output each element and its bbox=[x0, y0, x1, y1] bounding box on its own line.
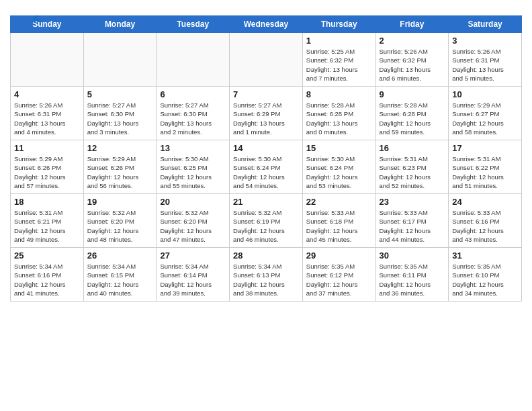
day-number: 13 bbox=[160, 143, 226, 153]
day-info: Sunrise: 5:32 AM Sunset: 6:20 PM Dayligh… bbox=[160, 208, 226, 244]
day-number: 10 bbox=[452, 89, 518, 99]
day-number: 27 bbox=[160, 250, 226, 261]
col-header-saturday: Saturday bbox=[449, 16, 522, 33]
day-info: Sunrise: 5:27 AM Sunset: 6:30 PM Dayligh… bbox=[160, 101, 226, 136]
calendar-cell bbox=[11, 33, 84, 87]
calendar-table: SundayMondayTuesdayWednesdayThursdayFrid… bbox=[10, 15, 522, 302]
day-number: 17 bbox=[452, 143, 518, 153]
day-info: Sunrise: 5:33 AM Sunset: 6:17 PM Dayligh… bbox=[380, 208, 445, 244]
day-number: 7 bbox=[233, 89, 299, 99]
calendar-cell: 11Sunrise: 5:29 AM Sunset: 6:26 PM Dayli… bbox=[11, 140, 84, 194]
calendar-cell: 6Sunrise: 5:27 AM Sunset: 6:30 PM Daylig… bbox=[157, 87, 230, 140]
calendar-cell bbox=[83, 33, 157, 87]
calendar-cell: 16Sunrise: 5:31 AM Sunset: 6:23 PM Dayli… bbox=[375, 140, 449, 194]
day-number: 25 bbox=[14, 250, 80, 261]
day-number: 24 bbox=[452, 197, 518, 207]
day-info: Sunrise: 5:27 AM Sunset: 6:29 PM Dayligh… bbox=[233, 101, 299, 136]
calendar-cell: 22Sunrise: 5:33 AM Sunset: 6:18 PM Dayli… bbox=[302, 194, 375, 248]
col-header-friday: Friday bbox=[375, 16, 449, 33]
day-number: 28 bbox=[233, 250, 299, 261]
calendar-cell: 26Sunrise: 5:34 AM Sunset: 6:15 PM Dayli… bbox=[83, 248, 157, 302]
calendar-cell: 1Sunrise: 5:25 AM Sunset: 6:32 PM Daylig… bbox=[302, 33, 375, 87]
calendar-cell: 27Sunrise: 5:34 AM Sunset: 6:14 PM Dayli… bbox=[157, 248, 230, 302]
day-number: 5 bbox=[87, 89, 153, 99]
day-number: 16 bbox=[380, 143, 445, 153]
calendar-week-3: 11Sunrise: 5:29 AM Sunset: 6:26 PM Dayli… bbox=[11, 140, 522, 194]
calendar-cell: 25Sunrise: 5:34 AM Sunset: 6:16 PM Dayli… bbox=[11, 248, 84, 302]
day-number: 22 bbox=[306, 197, 372, 207]
col-header-monday: Monday bbox=[83, 16, 157, 33]
calendar-cell: 5Sunrise: 5:27 AM Sunset: 6:30 PM Daylig… bbox=[83, 87, 157, 140]
calendar-cell: 2Sunrise: 5:26 AM Sunset: 6:32 PM Daylig… bbox=[375, 33, 449, 87]
day-info: Sunrise: 5:26 AM Sunset: 6:31 PM Dayligh… bbox=[14, 101, 80, 136]
day-number: 14 bbox=[233, 143, 299, 153]
calendar-cell: 30Sunrise: 5:35 AM Sunset: 6:11 PM Dayli… bbox=[375, 248, 449, 302]
calendar-week-4: 18Sunrise: 5:31 AM Sunset: 6:21 PM Dayli… bbox=[11, 194, 522, 248]
day-number: 4 bbox=[14, 89, 80, 99]
day-number: 18 bbox=[14, 197, 80, 207]
day-info: Sunrise: 5:35 AM Sunset: 6:10 PM Dayligh… bbox=[452, 262, 518, 298]
calendar-cell: 10Sunrise: 5:29 AM Sunset: 6:27 PM Dayli… bbox=[449, 87, 522, 140]
day-number: 19 bbox=[87, 197, 153, 207]
day-info: Sunrise: 5:35 AM Sunset: 6:12 PM Dayligh… bbox=[306, 262, 372, 298]
col-header-sunday: Sunday bbox=[11, 16, 84, 33]
logo bbox=[22, 16, 43, 32]
calendar-cell: 4Sunrise: 5:26 AM Sunset: 6:31 PM Daylig… bbox=[11, 87, 84, 140]
day-info: Sunrise: 5:31 AM Sunset: 6:22 PM Dayligh… bbox=[452, 154, 518, 190]
day-number: 20 bbox=[160, 197, 226, 207]
day-info: Sunrise: 5:30 AM Sunset: 6:24 PM Dayligh… bbox=[306, 154, 372, 190]
day-info: Sunrise: 5:33 AM Sunset: 6:18 PM Dayligh… bbox=[306, 208, 372, 244]
day-info: Sunrise: 5:27 AM Sunset: 6:30 PM Dayligh… bbox=[87, 101, 153, 136]
day-number: 21 bbox=[233, 197, 299, 207]
day-info: Sunrise: 5:31 AM Sunset: 6:23 PM Dayligh… bbox=[380, 154, 445, 190]
day-number: 3 bbox=[452, 36, 518, 46]
day-number: 31 bbox=[452, 250, 518, 261]
day-info: Sunrise: 5:29 AM Sunset: 6:26 PM Dayligh… bbox=[87, 154, 153, 190]
calendar-cell: 21Sunrise: 5:32 AM Sunset: 6:19 PM Dayli… bbox=[230, 194, 303, 248]
day-info: Sunrise: 5:28 AM Sunset: 6:28 PM Dayligh… bbox=[306, 101, 372, 136]
calendar-cell: 7Sunrise: 5:27 AM Sunset: 6:29 PM Daylig… bbox=[230, 87, 303, 140]
day-info: Sunrise: 5:31 AM Sunset: 6:21 PM Dayligh… bbox=[14, 208, 80, 244]
day-number: 26 bbox=[87, 250, 153, 261]
day-info: Sunrise: 5:32 AM Sunset: 6:20 PM Dayligh… bbox=[87, 208, 153, 244]
col-header-tuesday: Tuesday bbox=[157, 16, 230, 33]
col-header-thursday: Thursday bbox=[302, 16, 375, 33]
day-number: 30 bbox=[380, 250, 445, 261]
day-number: 29 bbox=[306, 250, 372, 261]
day-info: Sunrise: 5:34 AM Sunset: 6:16 PM Dayligh… bbox=[14, 262, 80, 298]
day-number: 2 bbox=[380, 36, 445, 46]
calendar-cell: 3Sunrise: 5:26 AM Sunset: 6:31 PM Daylig… bbox=[449, 33, 522, 87]
calendar-cell: 8Sunrise: 5:28 AM Sunset: 6:28 PM Daylig… bbox=[302, 87, 375, 140]
header-section bbox=[10, 7, 522, 15]
day-number: 11 bbox=[14, 143, 80, 153]
day-info: Sunrise: 5:29 AM Sunset: 6:26 PM Dayligh… bbox=[14, 154, 80, 190]
day-info: Sunrise: 5:35 AM Sunset: 6:11 PM Dayligh… bbox=[380, 262, 445, 298]
calendar-cell: 17Sunrise: 5:31 AM Sunset: 6:22 PM Dayli… bbox=[449, 140, 522, 194]
calendar-cell bbox=[157, 33, 230, 87]
day-info: Sunrise: 5:33 AM Sunset: 6:16 PM Dayligh… bbox=[452, 208, 518, 244]
day-info: Sunrise: 5:26 AM Sunset: 6:32 PM Dayligh… bbox=[380, 47, 445, 83]
day-info: Sunrise: 5:34 AM Sunset: 6:15 PM Dayligh… bbox=[87, 262, 153, 298]
calendar-cell: 18Sunrise: 5:31 AM Sunset: 6:21 PM Dayli… bbox=[11, 194, 84, 248]
day-info: Sunrise: 5:32 AM Sunset: 6:19 PM Dayligh… bbox=[233, 208, 299, 244]
calendar-cell: 19Sunrise: 5:32 AM Sunset: 6:20 PM Dayli… bbox=[83, 194, 157, 248]
calendar-week-5: 25Sunrise: 5:34 AM Sunset: 6:16 PM Dayli… bbox=[11, 248, 522, 302]
calendar-week-1: 1Sunrise: 5:25 AM Sunset: 6:32 PM Daylig… bbox=[11, 33, 522, 87]
day-number: 23 bbox=[380, 197, 445, 207]
calendar-cell: 28Sunrise: 5:34 AM Sunset: 6:13 PM Dayli… bbox=[230, 248, 303, 302]
day-number: 1 bbox=[306, 36, 372, 46]
calendar-cell: 29Sunrise: 5:35 AM Sunset: 6:12 PM Dayli… bbox=[302, 248, 375, 302]
day-number: 12 bbox=[87, 143, 153, 153]
calendar-week-2: 4Sunrise: 5:26 AM Sunset: 6:31 PM Daylig… bbox=[11, 87, 522, 140]
calendar-cell: 24Sunrise: 5:33 AM Sunset: 6:16 PM Dayli… bbox=[449, 194, 522, 248]
day-number: 9 bbox=[380, 89, 445, 99]
day-info: Sunrise: 5:28 AM Sunset: 6:28 PM Dayligh… bbox=[380, 101, 445, 136]
calendar-cell bbox=[230, 33, 303, 87]
col-header-wednesday: Wednesday bbox=[230, 16, 303, 33]
day-number: 8 bbox=[306, 89, 372, 99]
calendar-cell: 9Sunrise: 5:28 AM Sunset: 6:28 PM Daylig… bbox=[375, 87, 449, 140]
day-info: Sunrise: 5:34 AM Sunset: 6:13 PM Dayligh… bbox=[233, 262, 299, 298]
calendar-cell: 31Sunrise: 5:35 AM Sunset: 6:10 PM Dayli… bbox=[449, 248, 522, 302]
calendar-cell: 13Sunrise: 5:30 AM Sunset: 6:25 PM Dayli… bbox=[157, 140, 230, 194]
calendar-cell: 15Sunrise: 5:30 AM Sunset: 6:24 PM Dayli… bbox=[302, 140, 375, 194]
